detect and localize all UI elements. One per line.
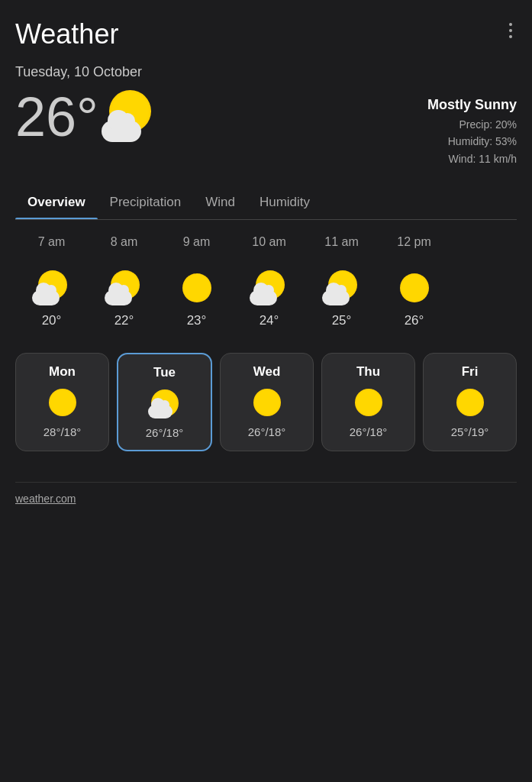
hourly-temp: 23°	[187, 313, 207, 328]
hourly-temp: 25°	[332, 313, 352, 328]
hourly-item: 7 am 20°	[15, 220, 88, 338]
hourly-item: 12 pm 26°	[378, 220, 450, 338]
humidity-stat: Humidity: 53%	[427, 133, 517, 150]
day-temps: 28°/18°	[44, 425, 82, 438]
day-name: Fri	[462, 364, 479, 380]
hour-label: 9 am	[183, 235, 211, 249]
cloud-small	[32, 290, 60, 305]
day-sun	[355, 389, 382, 416]
day-temps: 26°/18°	[146, 426, 184, 439]
weekly-section[interactable]: Mon 28°/18°Tue 26°/18°Wed 26°/18°Thu 26°…	[15, 353, 517, 459]
cloud-small	[250, 290, 277, 305]
hourly-icon	[177, 270, 217, 305]
day-sun	[253, 389, 281, 416]
day-card[interactable]: Mon 28°/18°	[15, 353, 109, 451]
tab-overview[interactable]: Overview	[15, 186, 98, 219]
day-icon	[352, 387, 385, 418]
day-icon	[148, 388, 182, 418]
hour-label: 7 am	[38, 235, 66, 249]
wind-stat: Wind: 11 km/h	[427, 150, 517, 167]
hourly-item: 11 am 25°	[305, 220, 378, 338]
day-card[interactable]: Wed 26°/18°	[220, 353, 314, 451]
hourly-temp: 24°	[260, 313, 279, 328]
hourly-temp: 22°	[114, 313, 134, 328]
hourly-icon	[32, 270, 72, 305]
date-section: Tuesday, 10 October	[15, 64, 517, 80]
day-card[interactable]: Thu 26°/18°	[321, 353, 415, 451]
tab-wind[interactable]: Wind	[193, 186, 247, 219]
menu-button[interactable]	[505, 18, 517, 43]
hourly-item: 9 am 23°	[160, 220, 233, 338]
day-name: Tue	[153, 365, 176, 380]
tab-humidity[interactable]: Humidity	[247, 186, 322, 219]
hourly-icon	[322, 270, 362, 305]
hourly-section[interactable]: 7 am 20°8 am 22°9 am 23°10 am 24°11 am 2…	[15, 220, 517, 338]
hourly-row: 7 am 20°8 am 22°9 am 23°10 am 24°11 am 2…	[15, 220, 517, 338]
day-card[interactable]: Fri 25°/19°	[423, 353, 517, 451]
day-temps: 26°/18°	[350, 425, 388, 438]
sun-small	[182, 273, 211, 302]
hourly-temp: 26°	[405, 313, 424, 328]
current-temperature: 26°	[15, 89, 98, 144]
day-temps: 25°/19°	[451, 425, 489, 438]
day-icon	[46, 387, 79, 418]
current-date: Tuesday, 10 October	[15, 64, 142, 79]
day-sun	[49, 389, 76, 416]
app-container: Weather Tuesday, 10 October 26° Mostly S…	[0, 0, 532, 518]
hourly-icon	[105, 270, 144, 305]
hour-label: 11 am	[324, 235, 358, 249]
day-cloud	[148, 405, 172, 418]
weather-source-link[interactable]: weather.com	[15, 493, 76, 505]
hourly-item: 8 am 22°	[88, 220, 160, 338]
hourly-temp: 20°	[42, 313, 62, 328]
menu-dot-1	[509, 23, 512, 26]
precip-stat: Precip: 20%	[427, 116, 517, 133]
app-title: Weather	[15, 18, 118, 50]
hour-label: 8 am	[111, 235, 138, 249]
day-icon	[250, 387, 284, 418]
menu-dot-2	[509, 29, 512, 32]
day-card[interactable]: Tue 26°/18°	[117, 353, 212, 451]
hourly-icon	[250, 270, 289, 305]
tab-precipitation[interactable]: Precipitation	[98, 186, 194, 219]
weather-details: Mostly Sunny Precip: 20% Humidity: 53% W…	[427, 89, 517, 167]
current-weather: 26° Mostly Sunny Precip: 20% Humidity: 5…	[15, 89, 517, 167]
hour-label: 12 pm	[397, 235, 430, 249]
tabs-container: Overview Precipitation Wind Humidity	[15, 186, 517, 220]
hour-label: 10 am	[252, 235, 285, 249]
cloud-small	[322, 290, 350, 305]
day-temps: 26°/18°	[248, 425, 286, 438]
hourly-item: 10 am 24°	[233, 220, 305, 338]
current-weather-icon	[102, 90, 163, 144]
day-name: Thu	[356, 364, 380, 380]
day-name: Wed	[253, 364, 281, 380]
day-sun	[456, 389, 484, 416]
footer: weather.com	[15, 482, 517, 506]
header: Weather	[15, 18, 517, 50]
menu-dot-3	[509, 35, 512, 38]
hourly-icon	[395, 270, 434, 305]
day-icon	[453, 387, 487, 418]
temp-icon-group: 26°	[15, 89, 163, 144]
day-name: Mon	[49, 364, 76, 380]
sun-small	[400, 273, 429, 302]
cloud-small	[105, 290, 132, 305]
cloud-large	[102, 121, 141, 142]
weather-condition: Mostly Sunny	[427, 97, 517, 113]
